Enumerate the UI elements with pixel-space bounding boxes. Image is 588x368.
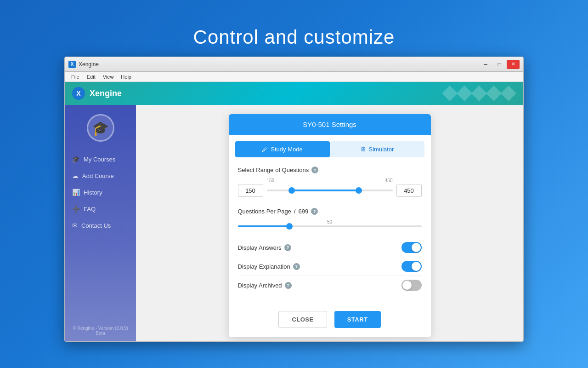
sidebar-item-my-courses[interactable]: 🎓 My Courses [65,151,136,167]
main-content: SY0-501 Settings 🖊 Study Mode 🖥 Simulato… [136,105,523,341]
deco-shape-2 [457,86,472,101]
per-page-label-text: Questions Per Page [238,208,291,215]
maximize-button[interactable]: □ [493,60,506,69]
display-answers-help-icon[interactable]: ? [284,244,291,251]
per-page-row: Questions Per Page / 699 ? 50 [238,208,422,227]
range-max-input[interactable] [396,184,422,197]
app-body: X Xengine 🎓 🎓 [65,82,523,341]
per-page-slider-wrapper: 50 [238,219,422,227]
window-close-button[interactable]: ✕ [507,60,520,69]
menu-help[interactable]: Help [117,73,135,80]
per-page-label: Questions Per Page / 699 ? [238,208,422,215]
display-archived-toggle[interactable] [401,280,422,291]
sidebar-item-add-course[interactable]: ☁ Add Course [65,167,136,184]
simulator-icon: 🖥 [360,146,366,153]
menu-bar: File Edit View Help [65,72,523,82]
faq-icon: ➕ [72,205,80,213]
app-window: X Xengine ─ □ ✕ File Edit View Help X Xe… [64,57,524,342]
history-icon: 📊 [72,189,80,196]
close-button[interactable]: CLOSE [278,311,327,328]
display-explanation-label: Display Explanation ? [238,263,300,270]
avatar-icon: 🎓 [92,120,109,136]
range-questions-label: Select Range of Questions ? [238,167,422,173]
menu-view[interactable]: View [99,73,118,80]
start-button[interactable]: START [334,311,381,328]
range-thumb-left[interactable] [288,187,295,194]
header-logo: X [72,87,85,100]
display-explanation-knob [412,262,421,271]
sidebar: 🎓 🎓 My Courses ☁ Add Course 📊 History [65,105,136,341]
per-page-value-label: 50 [238,219,422,224]
per-page-help-icon[interactable]: ? [311,208,318,215]
display-archived-knob [402,281,412,290]
title-bar: X Xengine ─ □ ✕ [65,57,523,72]
dialog-title: SY0-501 Settings [303,121,356,128]
deco-shape-5 [501,86,516,101]
range-min-input[interactable] [238,184,263,197]
settings-dialog: SY0-501 Settings 🖊 Study Mode 🖥 Simulato… [229,114,431,337]
range-label-row: 150 450 [238,178,422,183]
display-answers-row: Display Answers ? [238,238,422,257]
sidebar-item-label-contact-us: Contact Us [81,222,111,229]
settings-body: Select Range of Questions ? 150 450 [229,157,431,304]
range-help-icon[interactable]: ? [311,167,318,173]
range-fill [292,190,358,191]
add-course-icon: ☁ [72,172,79,179]
simulator-label: Simulator [369,146,394,153]
deco-shape-3 [471,86,487,101]
display-answers-label: Display Answers ? [238,244,291,251]
dialog-header: SY0-501 Settings [229,114,431,135]
display-explanation-toggle[interactable] [401,261,422,272]
sidebar-item-label-my-courses: My Courses [84,156,115,163]
display-answers-toggle[interactable] [401,242,422,253]
app-icon: X [68,61,76,68]
window-controls: ─ □ ✕ [479,60,520,69]
window-title: Xengine [79,61,479,68]
header-decoration [444,82,523,105]
sidebar-item-contact-us[interactable]: ✉ Contact Us [65,217,136,234]
display-answers-knob [412,243,421,252]
app-header: X Xengine [65,82,523,105]
display-explanation-row: Display Explanation ? [238,257,422,276]
display-archived-label: Display Archived ? [238,282,292,289]
per-page-separator: / [294,208,296,215]
sidebar-avatar-area: 🎓 [65,105,136,146]
display-answers-text: Display Answers [238,244,282,251]
range-questions-row: Select Range of Questions ? 150 450 [238,167,422,197]
tab-study-mode[interactable]: 🖊 Study Mode [235,141,330,157]
sidebar-item-label-faq: FAQ [84,206,96,213]
sidebar-item-history[interactable]: 📊 History [65,184,136,201]
deco-shape-1 [442,86,458,101]
display-explanation-text: Display Explanation [238,263,290,270]
my-courses-icon: 🎓 [72,155,80,163]
contact-icon: ✉ [72,222,78,229]
range-inputs-row [238,184,422,197]
menu-edit[interactable]: Edit [83,73,99,80]
sidebar-item-label-add-course: Add Course [82,172,114,179]
per-page-track [238,225,422,227]
range-max-label: 450 [385,178,393,183]
sidebar-nav: 🎓 My Courses ☁ Add Course 📊 History ➕ FA… [65,146,136,320]
per-page-fill [238,225,289,227]
avatar: 🎓 [87,114,114,142]
range-thumb-right[interactable] [356,187,362,194]
header-title: Xengine [90,89,122,98]
dialog-footer: CLOSE START [229,304,431,337]
mode-tabs: 🖊 Study Mode 🖥 Simulator [229,135,431,157]
menu-file[interactable]: File [68,73,83,80]
study-mode-icon: 🖊 [262,146,268,153]
range-track [267,190,393,191]
range-min-label: 150 [267,178,275,183]
minimize-button[interactable]: ─ [479,60,492,69]
display-explanation-help-icon[interactable]: ? [293,263,300,270]
display-archived-help-icon[interactable]: ? [285,282,292,289]
page-title: Control and customize [193,26,395,48]
sidebar-item-label-history: History [84,189,102,196]
sidebar-item-faq[interactable]: ➕ FAQ [65,201,136,217]
per-page-thumb[interactable] [286,223,293,230]
app-content: 🎓 🎓 My Courses ☁ Add Course 📊 History [65,105,523,341]
display-archived-row: Display Archived ? [238,276,422,294]
tab-simulator[interactable]: 🖥 Simulator [330,141,424,157]
study-mode-label: Study Mode [271,146,302,153]
deco-shape-4 [486,86,502,101]
